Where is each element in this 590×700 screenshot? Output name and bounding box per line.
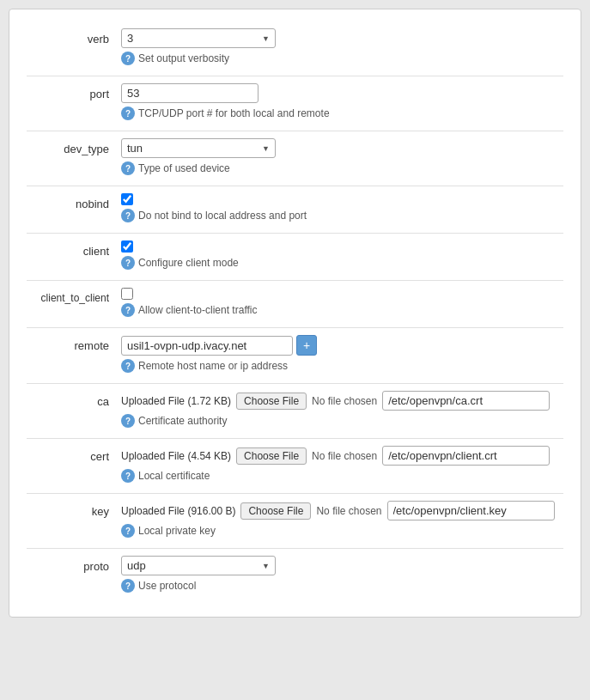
cert-help-icon: ?: [121, 469, 135, 483]
client-label: client: [27, 240, 121, 258]
port-label: port: [27, 83, 121, 100]
verb-help-icon: ?: [121, 52, 135, 65]
key-file-section: Uploaded File (916.00 B) Choose File No …: [121, 501, 563, 520]
ca-help-icon: ?: [121, 414, 135, 428]
client-to-client-field: ? Allow client-to-client traffic: [121, 288, 563, 317]
nobind-help-text: Do not bind to local address and port: [138, 210, 307, 222]
devtype-field: tun tap ? Type of used device: [121, 138, 563, 175]
devtype-label: dev_type: [27, 138, 121, 155]
verb-field: 3 ? Set output verbosity: [121, 28, 563, 65]
client-row: client ? Configure client mode: [27, 235, 563, 275]
settings-card: verb 3 ? Set output verbosity port: [9, 9, 581, 618]
ca-help-text: Certificate authority: [138, 415, 227, 427]
devtype-select-wrap: tun tap: [121, 138, 276, 158]
ca-row: ca Uploaded File (1.72 KB) Choose File N…: [27, 386, 563, 433]
verb-select[interactable]: 3: [121, 28, 276, 48]
client-field: ? Configure client mode: [121, 240, 563, 270]
port-help-icon: ?: [121, 107, 135, 120]
key-help-text: Local private key: [138, 525, 216, 537]
proto-select[interactable]: udp tcp: [121, 556, 276, 575]
proto-row: proto udp tcp ? Use protocol: [27, 551, 563, 598]
port-input[interactable]: [121, 83, 259, 103]
cert-uploaded-info: Uploaded File (4.54 KB): [121, 450, 231, 462]
devtype-help-icon: ?: [121, 161, 135, 175]
remote-add-button[interactable]: +: [296, 335, 317, 356]
key-no-file-text: No file chosen: [316, 505, 381, 517]
cert-help-text: Local certificate: [138, 470, 210, 482]
nobind-help-icon: ?: [121, 209, 135, 222]
proto-help-icon: ?: [121, 579, 135, 593]
cert-field: Uploaded File (4.54 KB) Choose File No f…: [121, 446, 563, 483]
port-row: port ? TCP/UDP port # for both local and…: [27, 78, 563, 125]
key-help-icon: ?: [121, 524, 135, 538]
verb-help-text: Set output verbosity: [138, 52, 229, 64]
ca-label: ca: [27, 391, 121, 408]
cert-path-input[interactable]: [382, 446, 550, 466]
proto-select-wrap: udp tcp: [121, 556, 276, 575]
verb-row: verb 3 ? Set output verbosity: [27, 23, 563, 70]
ca-field: Uploaded File (1.72 KB) Choose File No f…: [121, 391, 563, 428]
client-to-client-label: client_to_client: [27, 288, 121, 304]
nobind-label: nobind: [27, 193, 121, 210]
verb-label: verb: [27, 28, 121, 46]
key-choose-file-button[interactable]: Choose File: [240, 502, 311, 520]
ca-file-section: Uploaded File (1.72 KB) Choose File No f…: [121, 391, 563, 411]
remote-help-icon: ?: [121, 359, 135, 373]
cert-no-file-text: No file chosen: [312, 450, 377, 462]
proto-label: proto: [27, 556, 121, 573]
devtype-row: dev_type tun tap ? Type of used device: [27, 133, 563, 180]
key-field: Uploaded File (916.00 B) Choose File No …: [121, 501, 563, 538]
devtype-select[interactable]: tun tap: [121, 138, 276, 158]
ca-no-file-text: No file chosen: [312, 395, 377, 407]
ca-path-input[interactable]: [382, 391, 550, 411]
nobind-field: ? Do not bind to local address and port: [121, 193, 563, 222]
cert-label: cert: [27, 446, 121, 463]
cert-choose-file-button[interactable]: Choose File: [236, 447, 307, 465]
nobind-checkbox[interactable]: [121, 193, 133, 205]
remote-label: remote: [27, 335, 121, 352]
proto-help-text: Use protocol: [138, 580, 196, 592]
client-checkbox[interactable]: [121, 240, 133, 253]
ca-choose-file-button[interactable]: Choose File: [236, 393, 307, 410]
verb-select-wrap: 3: [121, 28, 276, 48]
key-row: key Uploaded File (916.00 B) Choose File…: [27, 496, 563, 543]
client-help-text: Configure client mode: [138, 257, 239, 269]
nobind-row: nobind ? Do not bind to local address an…: [27, 188, 563, 228]
client-to-client-help-icon: ?: [121, 303, 135, 317]
client-to-client-help-text: Allow client-to-client traffic: [138, 304, 258, 316]
port-field: ? TCP/UDP port # for both local and remo…: [121, 83, 563, 120]
remote-help-text: Remote host name or ip address: [138, 360, 288, 372]
ca-uploaded-info: Uploaded File (1.72 KB): [121, 395, 231, 407]
port-help-text: TCP/UDP port # for both local and remote: [138, 107, 330, 119]
key-path-input[interactable]: [387, 501, 555, 520]
devtype-help-text: Type of used device: [138, 162, 230, 174]
key-uploaded-info: Uploaded File (916.00 B): [121, 505, 235, 517]
client-to-client-row: client_to_client ? Allow client-to-clien…: [27, 283, 563, 322]
remote-row: remote + ? Remote host name or ip addres…: [27, 330, 563, 378]
client-to-client-checkbox[interactable]: [121, 288, 133, 300]
remote-field: + ? Remote host name or ip address: [121, 335, 563, 373]
cert-file-section: Uploaded File (4.54 KB) Choose File No f…: [121, 446, 563, 466]
client-help-icon: ?: [121, 256, 135, 270]
proto-field: udp tcp ? Use protocol: [121, 556, 563, 593]
remote-input[interactable]: [121, 336, 293, 356]
key-label: key: [27, 501, 121, 518]
cert-row: cert Uploaded File (4.54 KB) Choose File…: [27, 441, 563, 488]
